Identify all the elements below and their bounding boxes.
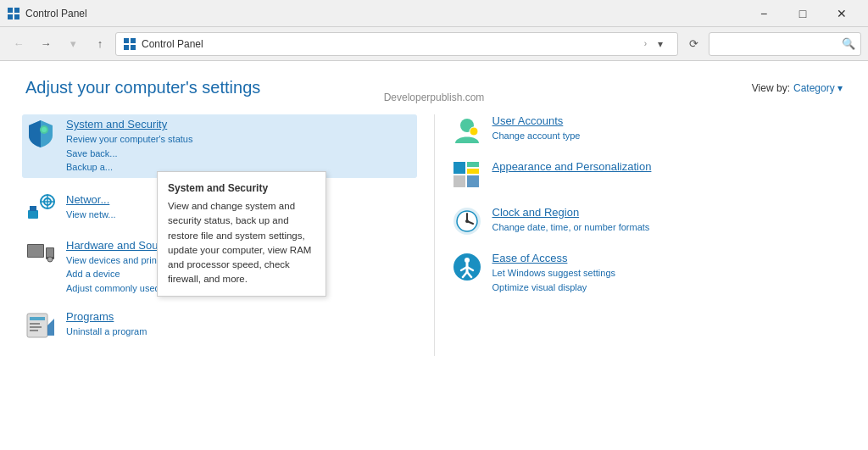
svg-rect-23 — [30, 323, 40, 325]
address-icon — [123, 37, 136, 51]
svg-rect-0 — [8, 8, 13, 13]
svg-point-9 — [42, 127, 47, 132]
dropdown-button[interactable]: ▾ — [61, 32, 85, 56]
watermark: Developerpublish.com — [384, 92, 485, 103]
svg-rect-29 — [453, 162, 465, 174]
svg-rect-3 — [14, 14, 19, 19]
svg-rect-2 — [8, 14, 13, 19]
ease-link-2[interactable]: Optimize visual display — [492, 281, 843, 295]
view-by-control: View by: Category ▾ — [752, 82, 843, 94]
tooltip-description: View and change system and security stat… — [168, 199, 315, 287]
user-accounts-content: User Accounts Change account type — [492, 114, 843, 143]
svg-rect-6 — [124, 45, 129, 50]
ease-icon — [452, 252, 482, 282]
category-appearance: Appearance and Personalization — [452, 160, 843, 191]
window-controls: − □ ✕ — [744, 0, 861, 27]
system-security-link-1[interactable]: Review your computer's status — [66, 132, 414, 147]
clock-content: Clock and Region Change date, time, or n… — [492, 206, 843, 235]
category-user-accounts: User Accounts Change account type — [452, 114, 843, 145]
clock-title[interactable]: Clock and Region — [492, 206, 843, 219]
hardware-icon — [25, 239, 56, 269]
svg-rect-19 — [47, 248, 53, 257]
up-button[interactable]: ↑ — [88, 32, 112, 56]
appearance-content: Appearance and Personalization — [492, 160, 843, 175]
svg-rect-22 — [30, 317, 45, 320]
svg-rect-10 — [28, 210, 38, 219]
svg-rect-4 — [124, 38, 129, 43]
svg-rect-24 — [30, 326, 42, 328]
category-system-security: System and Security Review your computer… — [22, 114, 417, 178]
maximize-button[interactable]: □ — [783, 0, 822, 27]
forward-button[interactable]: → — [34, 32, 58, 56]
user-icon — [452, 114, 482, 145]
address-bar: Control Panel › ▾ — [115, 32, 678, 56]
svg-point-28 — [470, 127, 478, 136]
search-input[interactable] — [715, 38, 842, 50]
programs-link-1[interactable]: Uninstall a program — [66, 325, 417, 339]
right-categories: User Accounts Change account type A — [434, 114, 843, 356]
svg-rect-5 — [131, 38, 136, 43]
address-chevron-icon: › — [644, 39, 647, 48]
title-bar: Control Panel − □ ✕ — [0, 0, 868, 27]
svg-rect-1 — [14, 8, 19, 13]
minimize-button[interactable]: − — [744, 0, 783, 27]
tooltip-title: System and Security — [168, 181, 315, 196]
ease-content: Ease of Access Let Windows suggest setti… — [492, 252, 843, 294]
svg-rect-17 — [28, 245, 43, 257]
svg-point-20 — [47, 257, 53, 262]
ease-link-1[interactable]: Let Windows suggest settings — [492, 266, 843, 281]
svg-rect-32 — [453, 175, 465, 187]
back-button[interactable]: ← — [7, 32, 31, 56]
category-programs: Programs Uninstall a program — [25, 310, 417, 341]
clock-link-1[interactable]: Change date, time, or number formats — [492, 220, 843, 235]
svg-rect-30 — [467, 162, 479, 167]
svg-rect-7 — [131, 45, 136, 50]
programs-title[interactable]: Programs — [66, 310, 417, 323]
appearance-icon — [452, 160, 482, 191]
network-icon — [25, 193, 56, 224]
svg-rect-25 — [30, 330, 38, 331]
svg-rect-33 — [467, 175, 479, 187]
main-content: Adjust your computer's settings View by:… — [0, 61, 868, 450]
window-title: Control Panel — [25, 8, 744, 19]
app-icon — [7, 7, 20, 20]
svg-rect-31 — [467, 169, 479, 174]
address-dropdown-button[interactable]: ▾ — [650, 38, 670, 50]
refresh-button[interactable]: ⟳ — [682, 32, 705, 56]
appearance-title[interactable]: Appearance and Personalization — [492, 160, 843, 173]
programs-content: Programs Uninstall a program — [66, 310, 417, 339]
view-by-label: View by: — [752, 82, 790, 94]
category-ease: Ease of Access Let Windows suggest setti… — [452, 252, 843, 294]
clock-icon — [452, 206, 482, 236]
tooltip-popup: System and Security View and change syst… — [157, 171, 326, 297]
user-accounts-link-1[interactable]: Change account type — [492, 129, 843, 143]
categories-grid: System and Security Review your computer… — [25, 114, 843, 356]
svg-point-38 — [465, 219, 469, 223]
user-accounts-title[interactable]: User Accounts — [492, 114, 843, 127]
ease-title[interactable]: Ease of Access — [492, 252, 843, 264]
shield-icon — [25, 118, 56, 148]
address-path: Control Panel — [142, 38, 641, 50]
programs-icon — [25, 310, 56, 341]
nav-bar: ← → ▾ ↑ Control Panel › ▾ ⟳ 🔍 — [0, 27, 868, 61]
view-by-dropdown[interactable]: Category ▾ — [793, 82, 843, 94]
category-clock: Clock and Region Change date, time, or n… — [452, 206, 843, 236]
system-security-title[interactable]: System and Security — [66, 118, 414, 131]
search-bar: 🔍 — [709, 32, 861, 56]
svg-rect-11 — [30, 206, 36, 211]
svg-marker-26 — [47, 319, 54, 336]
system-security-content: System and Security Review your computer… — [66, 118, 414, 175]
page-title: Adjust your computer's settings — [25, 78, 260, 97]
system-security-link-2[interactable]: Save back... — [66, 147, 414, 161]
search-icon: 🔍 — [842, 37, 855, 50]
close-button[interactable]: ✕ — [822, 0, 861, 27]
